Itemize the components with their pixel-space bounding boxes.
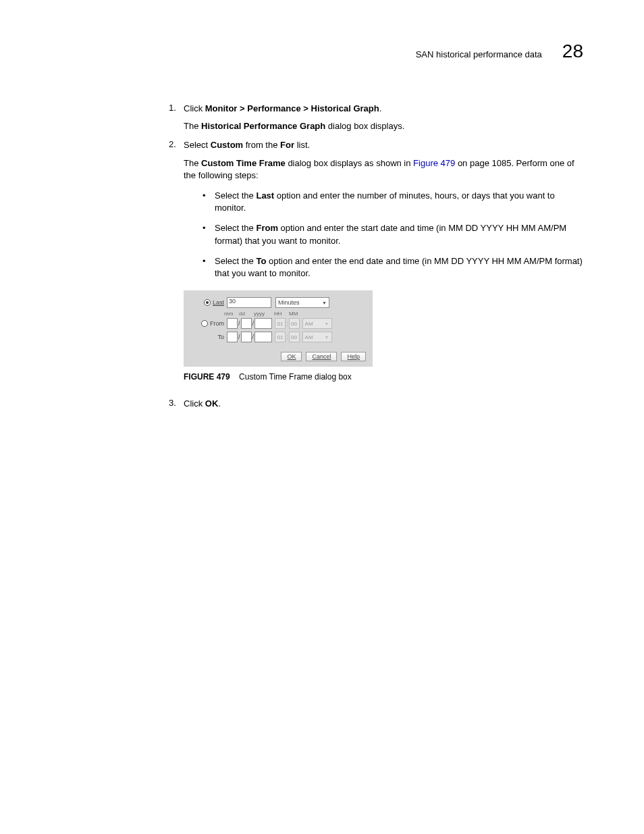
text: Select the [215,223,256,233]
step-1-body: The Historical Performance Graph dialog … [184,120,583,132]
option-name: Last [256,190,274,201]
label-min: MM [289,311,298,317]
to-hh-input[interactable]: 01 [275,332,286,342]
button-name: OK [205,398,219,409]
bullet-list: • Select the Last option and enter the n… [203,190,583,280]
text: dialog box displays as shown in [286,158,413,168]
figure-label: FIGURE 479 [184,372,230,382]
to-dd-input[interactable] [241,332,252,342]
step-3: 3. Click OK. [169,398,583,410]
date-header-labels: mm dd yyyy HH MM [224,311,366,317]
unit-value: Minutes [278,299,300,306]
text: Select the [215,190,256,201]
text: . [218,398,221,409]
text: The [184,121,201,131]
bullet-item: • Select the Last option and enter the n… [203,190,583,214]
custom-time-frame-dialog: Last 30 Minutes ▼ mm dd yyyy HH MM [184,290,373,367]
header-title: SAN historical performance data [416,49,542,59]
bullet-item: • Select the To option and enter the end… [203,255,583,280]
text: Click [184,103,205,113]
figure-link[interactable]: Figure 479 [413,158,455,168]
step-3-text: Click OK. [184,398,583,410]
ampm-value: AM [305,334,313,340]
text: from the [243,140,280,150]
label-hh: HH [274,311,284,317]
step-2: 2. Select Custom from the For list. The … [169,139,583,382]
cancel-button[interactable]: Cancel [306,352,337,361]
text: Click [184,398,205,409]
ampm-value: AM [305,321,313,327]
to-min-input[interactable]: 00 [289,332,300,342]
last-radio[interactable] [204,299,211,306]
label-mm: mm [224,311,234,317]
step-2-number: 2. [169,139,184,151]
option-name: To [256,256,266,266]
step-1: 1. Click Monitor > Performance > Histori… [169,103,583,132]
from-yyyy-input[interactable] [254,318,272,329]
bullet-item: • Select the From option and enter the s… [203,222,583,246]
list-name: For [280,140,294,150]
last-value-input[interactable]: 30 [227,297,271,308]
from-label: From [210,320,224,327]
text: . [379,103,382,113]
button-label: Help [347,353,360,360]
step-1-text: Click Monitor > Performance > Historical… [184,103,583,115]
bullet-icon: • [203,190,215,214]
text: dialog box displays. [325,121,404,131]
to-ampm-select[interactable]: AM ▼ [302,332,332,342]
chevron-down-icon: ▼ [325,321,329,326]
from-hh-input[interactable]: 01 [275,318,286,329]
step-3-number: 3. [169,398,184,410]
button-label: Cancel [312,353,331,360]
unit-select[interactable]: Minutes ▼ [275,297,329,308]
to-mm-input[interactable] [227,332,238,342]
to-yyyy-input[interactable] [254,332,272,342]
dialog-name: Historical Performance Graph [201,121,325,131]
help-button[interactable]: Help [341,352,366,361]
bullet-icon: • [203,222,215,246]
text: list. [294,140,310,150]
step-2-body: The Custom Time Frame dialog box display… [184,157,583,182]
from-min-input[interactable]: 00 [289,318,300,329]
chevron-down-icon: ▼ [325,335,329,340]
text: The [184,158,201,168]
from-mm-input[interactable] [227,318,238,329]
figure-text: Custom Time Frame dialog box [239,372,352,382]
from-dd-input[interactable] [241,318,252,329]
figure-caption: FIGURE 479 Custom Time Frame dialog box [184,372,583,382]
menu-path: Monitor > Performance > Historical Graph [205,103,379,113]
bullet-icon: • [203,255,215,280]
to-label: To [217,334,224,340]
chevron-down-icon: ▼ [322,301,327,305]
chapter-number: 28 [562,41,583,62]
step-2-text: Select Custom from the For list. [184,139,583,151]
page-header: SAN historical performance data 28 [61,41,583,62]
from-radio[interactable] [201,320,208,327]
label-dd: dd [239,311,248,317]
label-yyyy: yyyy [254,311,269,317]
ok-button[interactable]: OK [281,352,302,361]
from-ampm-select[interactable]: AM ▼ [302,318,332,329]
button-label: OK [287,353,296,360]
option-name: From [256,223,278,233]
text: Select [184,140,211,150]
dialog-name: Custom Time Frame [201,158,286,168]
text: option and enter the end date and time (… [215,256,583,278]
text: Select the [215,256,256,266]
step-1-number: 1. [169,103,184,115]
option-name: Custom [211,140,243,150]
last-label: Last [213,299,224,306]
